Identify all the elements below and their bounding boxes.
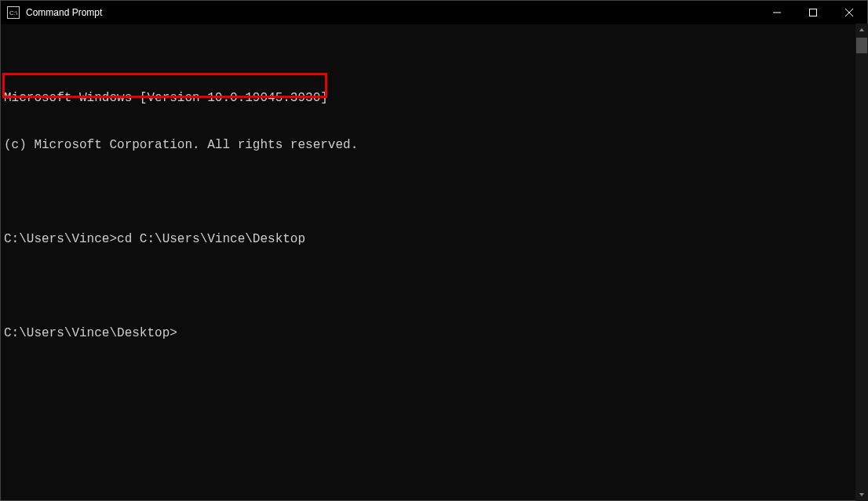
svg-marker-5 xyxy=(859,493,864,496)
terminal-line: (c) Microsoft Corporation. All rights re… xyxy=(4,137,864,153)
svg-rect-1 xyxy=(810,9,817,16)
scroll-thumb[interactable] xyxy=(856,38,867,53)
terminal-line: Microsoft Windows [Version 10.0.19045.39… xyxy=(4,90,864,106)
prompt-text: C:\Users\Vince\Desktop> xyxy=(4,326,177,340)
titlebar[interactable]: C:\ Command Prompt xyxy=(1,1,867,24)
prompt-text: C:\Users\Vince> xyxy=(4,232,117,246)
terminal-line: C:\Users\Vince>cd C:\Users\Vince\Desktop xyxy=(4,231,864,247)
vertical-scrollbar[interactable] xyxy=(855,24,868,501)
terminal-line xyxy=(4,184,864,200)
scroll-down-arrow-icon[interactable] xyxy=(855,488,868,501)
scroll-up-arrow-icon[interactable] xyxy=(855,24,868,36)
terminal-line xyxy=(4,278,864,294)
window-title: Command Prompt xyxy=(26,7,102,18)
window-controls xyxy=(759,1,867,24)
terminal-line: C:\Users\Vince\Desktop> xyxy=(4,325,864,341)
minimize-button[interactable] xyxy=(759,1,795,24)
maximize-button[interactable] xyxy=(795,1,831,24)
terminal-content: Microsoft Windows [Version 10.0.19045.39… xyxy=(4,59,864,372)
svg-marker-4 xyxy=(859,28,864,31)
close-button[interactable] xyxy=(831,1,867,24)
cmd-icon: C:\ xyxy=(7,6,20,19)
titlebar-left: C:\ Command Prompt xyxy=(1,6,102,19)
command-text: cd C:\Users\Vince\Desktop xyxy=(117,232,305,246)
terminal-area[interactable]: Microsoft Windows [Version 10.0.19045.39… xyxy=(1,24,867,500)
command-prompt-window: C:\ Command Prompt Microsoft Windows [Ve… xyxy=(0,0,868,501)
